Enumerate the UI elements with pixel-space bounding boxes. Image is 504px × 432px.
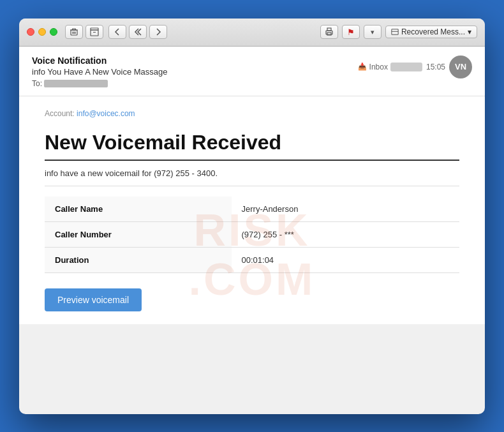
email-header: Voice Notification info You Have A New V…: [19, 47, 485, 96]
avatar: VN: [449, 56, 472, 78]
email-account: Account: info@voicec.com: [45, 109, 459, 118]
recovered-label[interactable]: Recovered Mess... ▾: [385, 26, 477, 38]
titlebar: ⚑ ▾ Recovered Mess... ▾: [19, 19, 485, 47]
main-window: ⚑ ▾ Recovered Mess... ▾ Voice Notificati…: [19, 19, 485, 414]
delete-button[interactable]: [65, 25, 83, 39]
svg-rect-10: [327, 28, 331, 31]
voicemail-table: Caller Name Jerry-Anderson Caller Number…: [45, 197, 459, 273]
email-title: New Voicemail Received: [45, 131, 459, 161]
email-header-left: Voice Notification info You Have A New V…: [32, 56, 167, 88]
flag-button[interactable]: ⚑: [342, 25, 360, 39]
table-row: Caller Name Jerry-Anderson: [45, 197, 459, 222]
svg-rect-12: [392, 29, 398, 35]
table-cell-value: Jerry-Anderson: [232, 197, 460, 222]
email-to: To:: [32, 79, 167, 88]
table-cell-label: Caller Number: [45, 221, 232, 247]
svg-rect-5: [73, 29, 76, 30]
account-email: info@voicec.com: [77, 109, 135, 118]
forward-button[interactable]: [149, 25, 167, 39]
toolbar-right: ⚑ ▾ Recovered Mess... ▾: [320, 25, 477, 39]
email-body-wrapper: Account: info@voicec.com New Voicemail R…: [19, 96, 485, 414]
table-cell-label: Caller Name: [45, 197, 232, 222]
email-time: 15:05: [426, 63, 445, 71]
inbox-label: Inbox: [369, 63, 388, 71]
inbox-icon: 📥: [358, 63, 367, 71]
archive-button[interactable]: [85, 25, 103, 39]
account-label: Account:: [45, 109, 75, 118]
print-button[interactable]: [320, 25, 338, 39]
inbox-name: [390, 63, 422, 71]
dropdown-arrow: ▾: [468, 27, 471, 36]
preview-voicemail-button[interactable]: Preview voicemail: [45, 288, 142, 311]
email-intro: info have a new voicemail for (972) 255 …: [45, 168, 459, 186]
email-body: Account: info@voicec.com New Voicemail R…: [19, 96, 485, 324]
minimize-button[interactable]: [38, 28, 46, 36]
maximize-button[interactable]: [50, 28, 57, 36]
toolbar-group-left: [65, 25, 103, 39]
email-meta: 📥 Inbox 15:05 VN: [358, 56, 472, 78]
svg-rect-7: [91, 30, 98, 36]
close-button[interactable]: [27, 28, 34, 36]
svg-rect-11: [327, 33, 331, 35]
back-all-button[interactable]: [129, 25, 147, 39]
email-from: Voice Notification: [32, 56, 167, 66]
table-cell-label: Duration: [45, 247, 232, 272]
back-button[interactable]: [108, 25, 126, 39]
email-subject: info You Have A New Voice Massage: [32, 67, 167, 77]
table-row: Duration 00:01:04: [45, 247, 459, 272]
table-cell-value: (972) 255 - ***: [232, 221, 460, 247]
table-row: Caller Number (972) 255 - ***: [45, 221, 459, 247]
recovered-text: Recovered Mess...: [401, 27, 465, 36]
toolbar-group-nav: [108, 25, 167, 39]
flag-dropdown[interactable]: ▾: [364, 25, 382, 39]
table-cell-value: 00:01:04: [232, 247, 460, 272]
traffic-lights: [27, 28, 57, 36]
inbox-badge: 📥 Inbox: [358, 63, 422, 71]
to-address: [44, 80, 108, 87]
to-label: To:: [32, 79, 42, 88]
